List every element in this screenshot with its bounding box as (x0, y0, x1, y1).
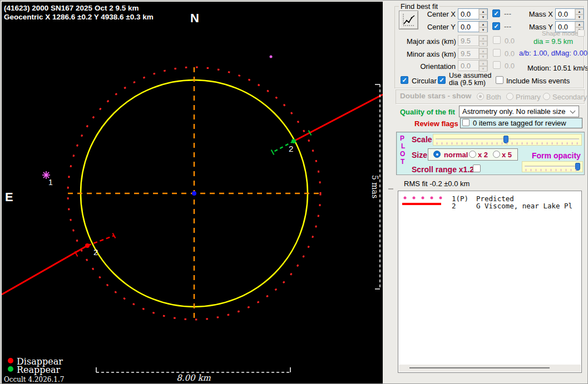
review-flags-checkbox[interactable] (462, 119, 470, 126)
spin-up-icon[interactable]: ▲ (479, 22, 487, 27)
spin-up-icon[interactable]: ▲ (575, 22, 584, 27)
major-axis-value: 9.5 (458, 36, 478, 46)
occultation-plot: 2 2 1 N E (41623) 2000 SN167 2025 Oc (2, 2, 383, 383)
major-axis-label: Major axis (km) (407, 37, 456, 46)
spin-down-icon[interactable]: ▼ (479, 27, 487, 33)
fit-button[interactable] (399, 11, 418, 29)
chord-line-symbol (402, 203, 441, 205)
orientation-aux: 0.0 (505, 62, 515, 70)
plot-title-line2: Geocentric X 1286.6 ±0.2 Y 4938.6 ±0.3 k… (4, 13, 154, 21)
double-stars-both-radio (477, 93, 484, 100)
spin-up-icon: ▲ (479, 36, 487, 41)
chord2-upper-label: 2 (289, 144, 293, 153)
observation-id: 2 (452, 202, 456, 210)
mass-x-value: 0.0 (556, 9, 575, 19)
shape-model-checkbox[interactable] (577, 29, 585, 37)
circular-checkbox[interactable]: ✓ (401, 76, 408, 84)
ab-dmag-text: a/b: 1.00, dMag: 0.00 (519, 49, 587, 57)
slider-ticks (526, 169, 579, 171)
minor-axis-aux: 0.0 (505, 49, 515, 58)
scrollbar-thumb[interactable] (409, 367, 550, 368)
double-stars-title: Double stars - show (400, 92, 471, 100)
center-dot (192, 191, 196, 196)
v-scale-label: 5 mas (370, 175, 379, 198)
quality-combobox[interactable]: Astrometry only. No reliable size (459, 106, 579, 117)
major-axis-aux: 0.0 (505, 37, 515, 45)
observations-rows: 1(P) Predicted 2 G Viscome, near Lake Pl (398, 191, 581, 372)
spin-down-icon: ▼ (479, 41, 487, 47)
size-x5-radio[interactable] (493, 151, 500, 158)
center-x-value: 0.0 (458, 9, 478, 19)
circular-label: Circular (412, 77, 437, 85)
size-x2-label: x 2 (478, 151, 488, 159)
spin-up-icon[interactable]: ▲ (479, 9, 487, 14)
size-normal-radio[interactable] (433, 151, 441, 158)
use-assumed-checkbox[interactable]: ✓ (438, 76, 446, 84)
include-miss-label: Include Miss events (506, 77, 570, 85)
quality-value: Astrometry only. No reliable size (462, 107, 565, 116)
scale-slider[interactable] (433, 134, 582, 146)
center-y-spinner[interactable]: 0.0 ▲▼ (458, 21, 488, 32)
plot-letter-p: P (400, 134, 404, 142)
slider-track (525, 166, 580, 167)
center-x-spinner[interactable]: 0.0 ▲▼ (458, 8, 488, 19)
spin-up-icon: ▲ (479, 61, 487, 66)
h-scale-label: 8.00 km (176, 373, 211, 383)
disappear-legend-dot (8, 358, 13, 363)
plot-letter-t: T (401, 158, 404, 166)
size-x2-radio[interactable] (469, 151, 476, 158)
east-label: E (5, 190, 13, 204)
spin-down-icon[interactable]: ▼ (575, 14, 584, 20)
center-x-dash: --- (504, 9, 511, 18)
rms-fit-text: RMS fit -0.2 ±0.0 km (404, 179, 470, 188)
double-stars-both-label: Both (486, 93, 501, 101)
plot-letter-o: O (400, 150, 405, 158)
size-x5-label: x 5 (502, 151, 512, 159)
center-y-checkbox[interactable]: ✓ (492, 22, 500, 30)
center-y-dash: --- (504, 22, 511, 31)
spin-down-icon: ▼ (479, 54, 487, 59)
observations-list[interactable]: 1(P) Predicted 2 G Viscome, near Lake Pl (398, 191, 582, 373)
double-stars-primary-radio (506, 93, 513, 100)
spin-down-icon[interactable]: ▼ (479, 14, 487, 20)
minor-axis-label: Minor axis (km) (407, 50, 456, 58)
plot-letter-l: L (401, 142, 405, 150)
minor-axis-checkbox (493, 49, 501, 57)
chord2-lower-line (2, 246, 87, 295)
chord2-lower-label: 2 (93, 247, 98, 257)
find-best-fit-title: Find best fit (399, 2, 439, 11)
size-label: Size (412, 151, 427, 159)
splitter-grip[interactable] (388, 188, 393, 189)
minor-axis-spinner: 9.5 ▲▼ (458, 48, 488, 59)
orientation-value: 0.0 (458, 61, 478, 71)
double-stars-primary-label: Primary (516, 93, 541, 101)
motion-text: Motion: 10.51 km/s (527, 64, 588, 72)
size-normal-label: normal (444, 151, 468, 159)
plot-canvas: 2 2 1 N E (41623) 2000 SN167 2025 Oc (2, 2, 383, 383)
major-axis-spinner: 9.5 ▲▼ (458, 35, 488, 46)
chord2-upper-line (294, 94, 383, 141)
dia-text: dia = 9.5 km (533, 37, 573, 46)
spin-up-icon[interactable]: ▲ (575, 9, 584, 14)
include-miss-checkbox[interactable] (496, 76, 503, 84)
chevron-down-icon (570, 108, 576, 114)
plot-title-line1: (41623) 2000 SN167 2025 Oct 2 9.5 km (4, 4, 139, 12)
mass-x-spinner[interactable]: 0.0 ▲▼ (555, 8, 584, 19)
reappear-legend-dot (8, 366, 13, 372)
orientation-checkbox (493, 61, 501, 69)
spin-up-icon: ▲ (479, 48, 487, 54)
center-x-label: Center X (423, 10, 456, 18)
scroll-range-checkbox[interactable] (473, 164, 481, 172)
version-label: Occult 4.2026.1.7 (4, 376, 64, 383)
predicted-dot (270, 56, 273, 58)
chord2-upper-error-tick-a (271, 150, 274, 155)
scroll-range-label: Scroll range x1.25 (412, 165, 478, 174)
form-opacity-slider[interactable] (522, 161, 583, 172)
observation-name: G Viscome, near Lake Pl (476, 202, 572, 210)
major-axis-checkbox (493, 36, 501, 44)
quality-label: Quality of the fit (400, 108, 455, 116)
center-x-checkbox[interactable]: ✓ (492, 9, 500, 17)
shape-model-label: Shape model (542, 30, 580, 37)
horizontal-scrollbar[interactable] (399, 365, 581, 372)
occult-fit-window: 2 2 1 N E (41623) 2000 SN167 2025 Oc (0, 0, 588, 384)
